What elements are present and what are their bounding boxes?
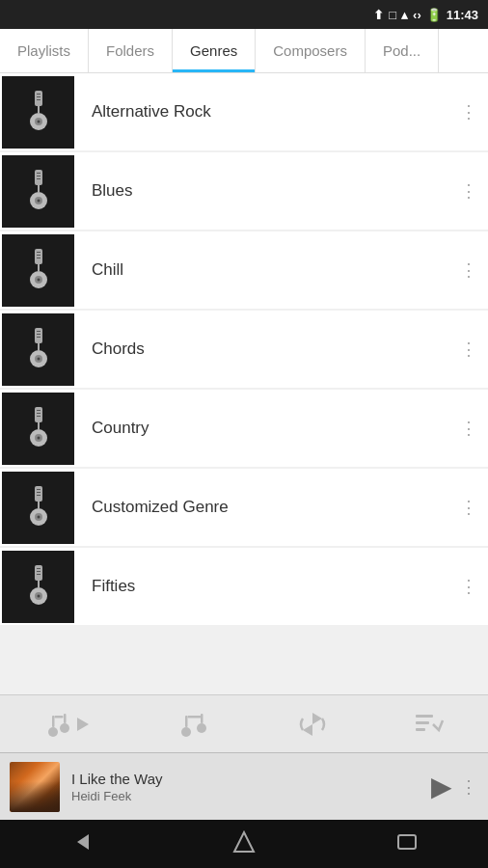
svg-point-47 (37, 516, 40, 519)
svg-point-57 (60, 723, 69, 733)
list-item[interactable]: Chords ⋮ (0, 311, 488, 388)
play-control-icon (43, 711, 70, 738)
svg-rect-51 (37, 574, 41, 575)
genre-thumbnail (2, 472, 74, 544)
svg-point-39 (37, 437, 40, 440)
genre-name-text: Alternative Rock (76, 102, 449, 122)
svg-rect-48 (35, 565, 42, 581)
list-item[interactable]: Customized Genre ⋮ (0, 469, 488, 546)
playback-controls (0, 694, 488, 752)
now-playing-more-button[interactable]: ⋮ (460, 776, 478, 798)
guitar-icon (21, 169, 56, 213)
guitar-icon (21, 485, 56, 529)
status-icons: ⬆ □ ▴ ‹› 🔋 11:43 (373, 8, 478, 22)
svg-rect-18 (37, 255, 41, 256)
genre-more-button[interactable]: ⋮ (449, 469, 488, 546)
svg-rect-33 (37, 410, 41, 411)
svg-rect-25 (37, 331, 41, 332)
back-button[interactable] (69, 830, 93, 858)
genre-name-text: Chill (76, 260, 449, 280)
svg-rect-43 (37, 495, 41, 496)
tab-genres[interactable]: Genres (173, 29, 256, 72)
genre-more-button[interactable]: ⋮ (449, 152, 488, 230)
shuffle-button[interactable] (176, 711, 211, 738)
svg-rect-58 (52, 716, 55, 727)
genre-more-button[interactable]: ⋮ (449, 390, 488, 467)
genre-name-text: Country (76, 419, 449, 438)
svg-point-31 (37, 358, 40, 361)
svg-rect-8 (35, 170, 42, 185)
svg-rect-74 (398, 835, 416, 849)
svg-rect-70 (416, 721, 429, 724)
tab-podcasts[interactable]: Pod... (366, 29, 439, 72)
svg-rect-17 (37, 252, 41, 253)
svg-point-56 (48, 727, 58, 737)
svg-point-23 (37, 279, 40, 282)
svg-rect-3 (37, 99, 41, 100)
genre-more-button[interactable]: ⋮ (449, 73, 488, 150)
svg-rect-71 (416, 728, 425, 731)
genre-name-text: Chords (76, 339, 449, 359)
genre-thumbnail (2, 393, 74, 465)
queue-icon (414, 711, 445, 738)
shuffle-icon (176, 711, 211, 738)
svg-rect-38 (38, 421, 40, 429)
svg-rect-50 (37, 571, 41, 572)
repeat-icon (297, 711, 328, 738)
svg-rect-65 (201, 714, 203, 723)
recents-button[interactable] (395, 830, 419, 858)
genre-more-button[interactable]: ⋮ (449, 548, 488, 625)
svg-marker-61 (77, 718, 89, 731)
play-control-button[interactable] (43, 711, 91, 738)
svg-rect-59 (64, 714, 67, 723)
svg-rect-60 (54, 716, 63, 719)
svg-rect-66 (187, 716, 201, 719)
svg-rect-11 (37, 178, 41, 179)
guitar-icon (21, 90, 56, 134)
list-item[interactable]: Chill ⋮ (0, 231, 488, 309)
genre-thumbnail (2, 313, 74, 386)
tab-bar: Playlists Folders Genres Composers Pod..… (0, 29, 488, 73)
list-item[interactable]: Alternative Rock ⋮ (0, 73, 488, 150)
genre-thumbnail (2, 155, 74, 228)
tab-folders[interactable]: Folders (89, 29, 173, 72)
song-artist: Heidi Feek (71, 789, 420, 803)
list-item[interactable]: Fifties ⋮ (0, 548, 488, 625)
svg-rect-9 (37, 173, 41, 174)
album-art (10, 762, 60, 812)
back-icon (69, 830, 93, 854)
song-title: I Like the Way (71, 771, 420, 787)
svg-rect-26 (37, 334, 41, 335)
repeat-button[interactable] (297, 711, 328, 738)
tab-composers[interactable]: Composers (256, 29, 366, 72)
genre-more-button[interactable]: ⋮ (449, 311, 488, 388)
guitar-icon (21, 564, 56, 609)
svg-point-62 (181, 727, 191, 737)
genre-thumbnail (2, 551, 74, 623)
home-icon (232, 830, 256, 854)
svg-marker-68 (303, 724, 312, 736)
svg-rect-64 (185, 716, 188, 727)
svg-marker-73 (234, 832, 254, 852)
svg-point-15 (37, 200, 40, 203)
svg-rect-49 (37, 568, 41, 569)
svg-rect-24 (35, 328, 42, 343)
svg-marker-72 (77, 834, 89, 850)
battery-icon: 🔋 (426, 8, 442, 22)
svg-rect-40 (35, 486, 42, 502)
tab-playlists[interactable]: Playlists (0, 29, 89, 72)
svg-point-7 (37, 121, 40, 123)
list-item[interactable]: Country ⋮ (0, 390, 488, 467)
genre-thumbnail (2, 76, 74, 149)
network-icon: ‹› (413, 8, 421, 22)
svg-rect-41 (37, 489, 41, 490)
svg-rect-35 (37, 416, 41, 417)
svg-rect-0 (35, 91, 42, 106)
queue-button[interactable] (414, 711, 445, 738)
genre-more-button[interactable]: ⋮ (449, 231, 488, 309)
genre-name-text: Customized Genre (76, 498, 449, 517)
home-button[interactable] (232, 830, 256, 858)
list-item[interactable]: Blues ⋮ (0, 152, 488, 230)
now-playing-play-button[interactable]: ▶ (431, 771, 452, 802)
svg-point-63 (197, 723, 206, 733)
